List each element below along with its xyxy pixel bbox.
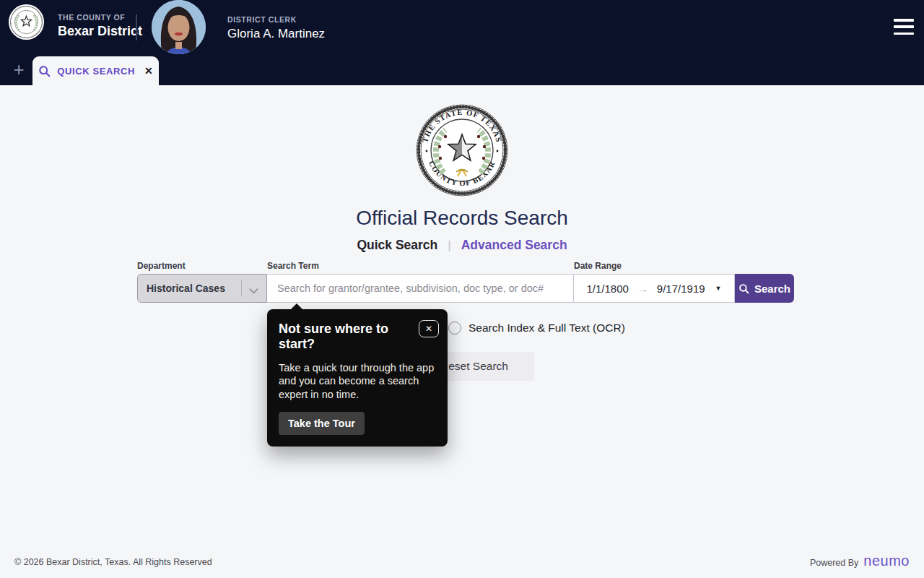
date-range-picker[interactable]: 1/1/1800 → 9/17/1919 ▼	[574, 274, 735, 303]
select-divider	[241, 280, 242, 296]
date-end-value[interactable]: 9/17/1919	[657, 282, 705, 295]
search-button[interactable]: Search	[735, 274, 794, 303]
date-range-label: Date Range	[574, 261, 735, 271]
county-seal-logo-icon	[9, 4, 44, 40]
search-icon	[38, 65, 51, 77]
tab-bar: + QUICK SEARCH ✕	[0, 54, 924, 85]
tooltip-close-button[interactable]: ✕	[419, 320, 439, 337]
tour-tooltip: Not sure where to start? ✕ Take a quick …	[267, 309, 448, 447]
tab-quick-search-link[interactable]: Quick Search	[357, 238, 437, 253]
clerk-eyebrow-label: DISTRICT CLERK	[227, 15, 325, 24]
search-term-label: Search Term	[267, 261, 574, 271]
tooltip-title: Not sure where to start?	[279, 322, 423, 352]
county-seal-mini-icon	[9, 4, 44, 40]
neumo-logo: neumo	[863, 553, 910, 569]
ocr-radio-label: Search Index & Full Text (OCR)	[468, 322, 625, 335]
county-title-block: THE COUNTY OF Bexar District	[58, 13, 142, 39]
close-tab-icon[interactable]: ✕	[144, 65, 153, 77]
county-seal-image: THE STATE OF TEXAS COUNTY OF BEXAR	[415, 103, 509, 197]
tab-advanced-search-link[interactable]: Advanced Search	[461, 238, 567, 253]
clerk-avatar-image	[152, 0, 206, 54]
add-tab-button[interactable]: +	[9, 59, 29, 79]
arrow-right-icon: →	[637, 282, 648, 295]
ocr-radio-row: Search Index & Full Text (OCR)	[448, 322, 625, 335]
search-form: Department Historical Cases Search Term …	[137, 261, 794, 303]
powered-by-label: Powered By	[810, 558, 858, 568]
header-divider	[136, 14, 137, 40]
caret-down-icon: ▼	[715, 285, 722, 292]
tooltip-body: Take a quick tour through the app and yo…	[279, 361, 436, 401]
ocr-radio-button[interactable]	[448, 322, 461, 335]
plus-icon: +	[13, 59, 24, 81]
close-icon: ✕	[425, 324, 432, 334]
county-name: Bexar District	[58, 24, 142, 39]
county-eyebrow-label: THE COUNTY OF	[58, 13, 142, 22]
top-header: THE COUNTY OF Bexar District DISTRICT CL…	[0, 0, 924, 54]
subtab-divider: |	[448, 238, 450, 253]
department-value: Historical Cases	[138, 282, 225, 294]
powered-by-block: Powered By neumo	[810, 553, 910, 569]
clerk-avatar	[152, 0, 206, 54]
date-start-value[interactable]: 1/1/1800	[586, 282, 628, 295]
search-icon	[738, 283, 749, 294]
search-mode-tabs: Quick Search | Advanced Search	[0, 238, 924, 253]
clerk-title-block: DISTRICT CLERK Gloria A. Martinez	[227, 15, 325, 41]
page-title: Official Records Search	[0, 207, 924, 230]
copyright-text: © 2026 Bexar District, Texas. All Rights…	[14, 557, 212, 567]
tab-label: QUICK SEARCH	[57, 66, 135, 77]
menu-icon[interactable]	[894, 19, 914, 35]
take-the-tour-button[interactable]: Take the Tour	[279, 412, 365, 435]
search-input[interactable]	[267, 274, 574, 303]
date-range-field-group: Date Range 1/1/1800 → 9/17/1919 ▼	[574, 261, 735, 303]
department-select[interactable]: Historical Cases	[137, 274, 267, 303]
search-term-field-group: Search Term	[267, 261, 574, 303]
clerk-name: Gloria A. Martinez	[227, 27, 325, 41]
search-button-label: Search	[754, 282, 790, 295]
chevron-down-icon	[249, 285, 258, 294]
department-label: Department	[137, 261, 267, 271]
tab-quick-search[interactable]: QUICK SEARCH ✕	[32, 56, 159, 85]
app-window: THE COUNTY OF Bexar District DISTRICT CL…	[0, 0, 924, 578]
department-field-group: Department Historical Cases	[137, 261, 267, 303]
